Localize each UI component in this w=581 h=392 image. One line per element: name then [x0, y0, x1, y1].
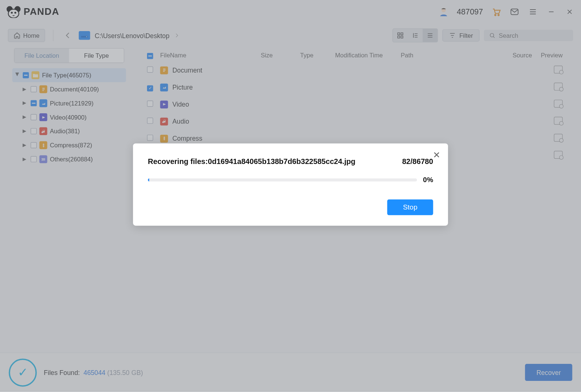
modal-overlay: ✕ Recovering files:0d16941a84065b138b7d6… — [0, 0, 581, 392]
modal-close-button[interactable]: ✕ — [433, 150, 440, 160]
progress-bar — [148, 178, 417, 181]
stop-button[interactable]: Stop — [387, 200, 433, 215]
modal-progress-count: 82/86780 — [402, 157, 433, 166]
modal-title: Recovering files:0d16941a84065b138b7d6b3… — [148, 157, 355, 166]
recovery-modal: ✕ Recovering files:0d16941a84065b138b7d6… — [133, 144, 448, 226]
progress-percent: 0% — [423, 176, 433, 184]
